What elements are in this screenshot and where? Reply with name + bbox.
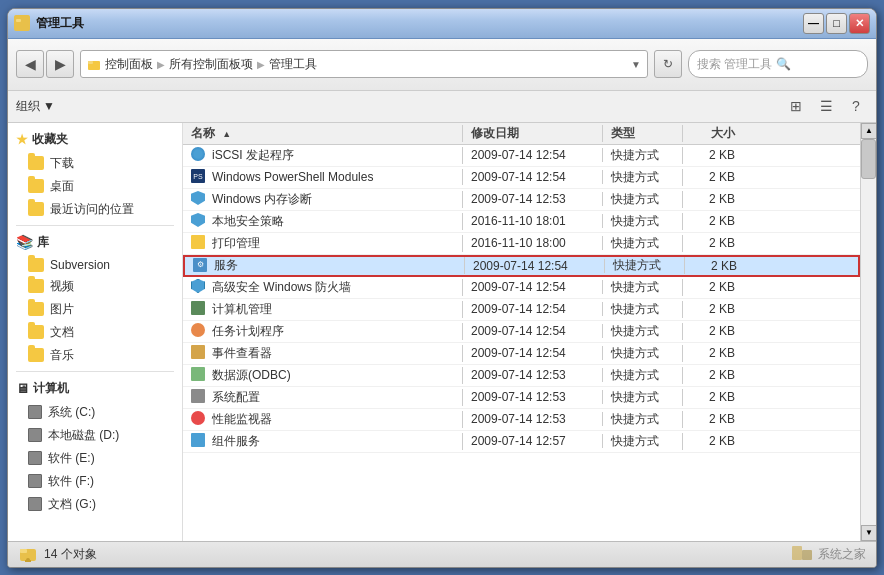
sidebar-item-e-drive[interactable]: 软件 (E:) <box>8 447 182 470</box>
file-size-cell: 2 KB <box>683 302 743 316</box>
file-size-cell: 2 KB <box>683 324 743 338</box>
file-icon <box>191 367 207 383</box>
table-row[interactable]: 计算机管理 2009-07-14 12:54 快捷方式 2 KB <box>183 299 860 321</box>
file-date-cell: 2016-11-10 18:00 <box>463 236 603 250</box>
sidebar-item-c-drive[interactable]: 系统 (C:) <box>8 401 182 424</box>
forward-button[interactable]: ▶ <box>46 50 74 78</box>
col-header-type[interactable]: 类型 <box>603 125 683 142</box>
table-row[interactable]: 组件服务 2009-07-14 12:57 快捷方式 2 KB <box>183 431 860 453</box>
col-header-size[interactable]: 大小 <box>683 125 743 142</box>
address-sep2: ▶ <box>257 59 265 70</box>
status-bar: 14 个对象 系统之家 <box>8 541 876 567</box>
file-icon <box>191 147 207 163</box>
sidebar-favorites-section: ★ 收藏夹 下载 桌面 最近访问的位置 <box>8 127 182 221</box>
file-size-cell: 2 KB <box>683 368 743 382</box>
folder-icon <box>87 57 101 71</box>
search-bar[interactable]: 搜索 管理工具 🔍 <box>688 50 868 78</box>
file-name-cell: iSCSI 发起程序 <box>183 147 463 164</box>
sidebar-item-f-drive[interactable]: 软件 (F:) <box>8 470 182 493</box>
nav-buttons: ◀ ▶ <box>16 50 74 78</box>
sidebar-item-desktop[interactable]: 桌面 <box>8 175 182 198</box>
scroll-thumb[interactable] <box>861 139 876 179</box>
favorites-star-icon: ★ <box>16 132 28 147</box>
minimize-button[interactable]: — <box>803 13 824 34</box>
file-size-cell: 2 KB <box>683 148 743 162</box>
sidebar-library-header[interactable]: 📚 库 <box>8 230 182 255</box>
file-date-cell: 2009-07-14 12:54 <box>463 302 603 316</box>
sidebar-favorites-header[interactable]: ★ 收藏夹 <box>8 127 182 152</box>
file-type-cell: 快捷方式 <box>603 235 683 252</box>
file-date-cell: 2009-07-14 12:54 <box>463 346 603 360</box>
view-grid-button[interactable]: ⊞ <box>784 94 808 118</box>
sidebar-item-music[interactable]: 音乐 <box>8 344 182 367</box>
watermark: 系统之家 <box>790 542 866 566</box>
col-header-date[interactable]: 修改日期 <box>463 125 603 142</box>
table-row[interactable]: iSCSI 发起程序 2009-07-14 12:54 快捷方式 2 KB <box>183 145 860 167</box>
address-bar[interactable]: 控制面板 ▶ 所有控制面板项 ▶ 管理工具 ▼ <box>80 50 648 78</box>
file-type-cell: 快捷方式 <box>603 433 683 450</box>
title-buttons: — □ ✕ <box>803 13 870 34</box>
window-title: 管理工具 <box>36 15 84 32</box>
folder-icon <box>28 325 44 339</box>
file-type-cell: 快捷方式 <box>603 301 683 318</box>
table-row[interactable]: 任务计划程序 2009-07-14 12:54 快捷方式 2 KB <box>183 321 860 343</box>
disk-icon <box>28 474 42 488</box>
sidebar-item-g-drive[interactable]: 文档 (G:) <box>8 493 182 516</box>
table-row[interactable]: 事件查看器 2009-07-14 12:54 快捷方式 2 KB <box>183 343 860 365</box>
table-row[interactable]: 系统配置 2009-07-14 12:53 快捷方式 2 KB <box>183 387 860 409</box>
sidebar-item-documents[interactable]: 文档 <box>8 321 182 344</box>
table-row[interactable]: 性能监视器 2009-07-14 12:53 快捷方式 2 KB <box>183 409 860 431</box>
table-row[interactable]: PS Windows PowerShell Modules 2009-07-14… <box>183 167 860 189</box>
sidebar-item-subversion[interactable]: Subversion <box>8 255 182 275</box>
col-header-name[interactable]: 名称 ▲ <box>183 125 463 142</box>
sidebar-item-recent[interactable]: 最近访问的位置 <box>8 198 182 221</box>
file-icon <box>191 433 207 449</box>
file-list-header: 名称 ▲ 修改日期 类型 大小 <box>183 123 860 145</box>
table-row[interactable]: 本地安全策略 2016-11-10 18:01 快捷方式 2 KB <box>183 211 860 233</box>
table-row[interactable]: 数据源(ODBC) 2009-07-14 12:53 快捷方式 2 KB <box>183 365 860 387</box>
table-row[interactable]: Windows 内存诊断 2009-07-14 12:53 快捷方式 2 KB <box>183 189 860 211</box>
sidebar-library-section: 📚 库 Subversion 视频 图片 文档 <box>8 230 182 367</box>
file-date-cell: 2009-07-14 12:54 <box>463 324 603 338</box>
close-button[interactable]: ✕ <box>849 13 870 34</box>
sidebar-item-label: Subversion <box>50 258 110 272</box>
file-size-cell: 2 KB <box>683 434 743 448</box>
sidebar-item-label: 文档 (G:) <box>48 496 96 513</box>
sidebar-item-label: 音乐 <box>50 347 74 364</box>
file-name-cell: 计算机管理 <box>183 301 463 318</box>
table-row[interactable]: 打印管理 2016-11-10 18:00 快捷方式 2 KB <box>183 233 860 255</box>
sidebar-item-pictures[interactable]: 图片 <box>8 298 182 321</box>
library-icon: 📚 <box>16 234 33 250</box>
file-date-cell: 2009-07-14 12:53 <box>463 390 603 404</box>
file-date-cell: 2009-07-14 12:54 <box>463 280 603 294</box>
toolbar-right: ⊞ ☰ ? <box>784 94 868 118</box>
sidebar-item-downloads[interactable]: 下载 <box>8 152 182 175</box>
sidebar-item-label: 软件 (F:) <box>48 473 94 490</box>
file-name-cell: ⚙ 服务 <box>185 257 465 274</box>
help-button[interactable]: ? <box>844 94 868 118</box>
back-button[interactable]: ◀ <box>16 50 44 78</box>
file-size-cell: 2 KB <box>683 192 743 206</box>
sidebar-item-video[interactable]: 视频 <box>8 275 182 298</box>
organize-arrow-icon: ▼ <box>43 99 55 113</box>
organize-button[interactable]: 组织 ▼ <box>16 98 55 115</box>
file-icon: PS <box>191 169 207 185</box>
file-type-cell: 快捷方式 <box>603 345 683 362</box>
address-part2: 所有控制面板项 <box>169 56 253 73</box>
sidebar-item-d-drive[interactable]: 本地磁盘 (D:) <box>8 424 182 447</box>
refresh-button[interactable]: ↻ <box>654 50 682 78</box>
svg-rect-5 <box>20 549 27 553</box>
file-name-cell: 数据源(ODBC) <box>183 367 463 384</box>
view-list-button[interactable]: ☰ <box>814 94 838 118</box>
scroll-down-arrow[interactable]: ▼ <box>861 525 876 541</box>
maximize-button[interactable]: □ <box>826 13 847 34</box>
table-row[interactable]: 高级安全 Windows 防火墙 2009-07-14 12:54 快捷方式 2… <box>183 277 860 299</box>
sidebar-computer-header[interactable]: 🖥 计算机 <box>8 376 182 401</box>
file-name-cell: 系统配置 <box>183 389 463 406</box>
table-row[interactable]: ⚙ 服务 2009-07-14 12:54 快捷方式 2 KB <box>183 255 860 277</box>
sidebar-library-label: 库 <box>37 234 49 251</box>
file-size-cell: 2 KB <box>683 390 743 404</box>
address-dropdown-icon[interactable]: ▼ <box>631 59 641 70</box>
scroll-up-arrow[interactable]: ▲ <box>861 123 876 139</box>
scrollbar-vertical[interactable]: ▲ ▼ <box>860 123 876 541</box>
